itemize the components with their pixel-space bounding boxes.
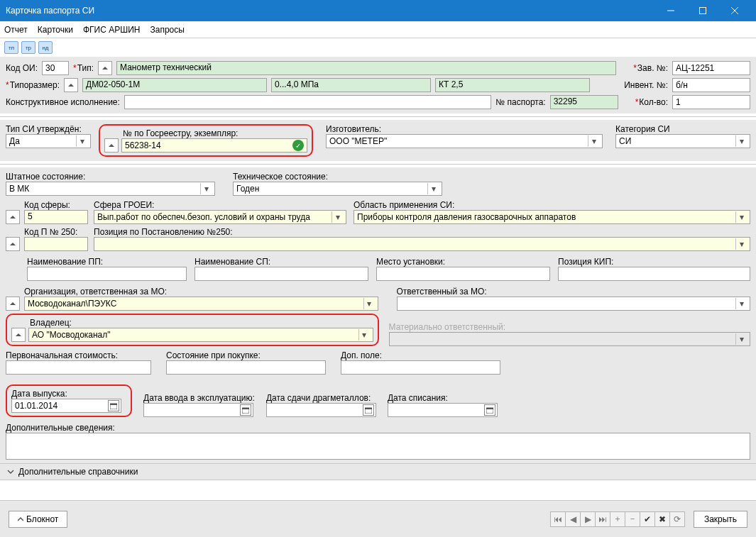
staff-value: В МК xyxy=(9,184,29,194)
nav-commit-icon[interactable]: ✔ xyxy=(640,511,655,527)
tool-nd-icon[interactable]: нд xyxy=(38,41,53,54)
nav-prev-icon[interactable]: ◀ xyxy=(565,511,581,527)
gosreestr-field[interactable]: 56238-14 ✓ xyxy=(121,138,307,153)
owner-label: Владелец: xyxy=(30,318,373,328)
category-label: Категория СИ xyxy=(615,124,750,134)
metal-date-input[interactable] xyxy=(266,403,376,417)
writeoff-date-input[interactable] xyxy=(388,403,498,417)
type-si-select[interactable]: Да ▾ xyxy=(6,134,91,148)
constr-input[interactable] xyxy=(124,95,491,109)
kt-value: КТ 2,5 xyxy=(435,78,590,92)
tech-label: Техническое состояние: xyxy=(233,172,446,182)
category-select[interactable]: СИ ▾ xyxy=(615,134,750,148)
constr-label: Конструктивное исполнение: xyxy=(6,97,120,107)
commission-date-input[interactable] xyxy=(143,403,253,417)
menu-fgis[interactable]: ФГИС АРШИН xyxy=(83,25,141,35)
chevron-down-icon: ▾ xyxy=(332,211,343,223)
qty-label: Кол-во: xyxy=(635,97,668,107)
svg-rect-4 xyxy=(242,408,249,409)
chevron-down-icon: ▾ xyxy=(358,329,370,341)
svg-rect-8 xyxy=(486,408,493,409)
minimize-button[interactable] xyxy=(654,0,686,21)
qty-input[interactable] xyxy=(672,95,750,109)
pp-input[interactable] xyxy=(27,267,187,281)
cost-input[interactable] xyxy=(6,360,151,375)
pos250-label: Позиция по Постановлению №250: xyxy=(94,227,750,237)
menu-cards[interactable]: Карточки xyxy=(38,25,73,35)
nav-cancel-icon[interactable]: ✖ xyxy=(654,511,670,527)
staff-select[interactable]: В МК ▾ xyxy=(6,182,215,196)
typesize-pick-button[interactable] xyxy=(64,78,78,92)
gosreestr-pick-button[interactable] xyxy=(104,138,119,153)
type-label: Тип: xyxy=(73,63,94,73)
code-oi-input[interactable] xyxy=(42,61,69,75)
code-p250-label: Код П № 250: xyxy=(24,227,89,237)
gosreestr-highlight: № по Госреестру, экземпляр: 56238-14 ✓ xyxy=(99,124,313,157)
calendar-icon[interactable] xyxy=(108,400,119,411)
area-label: Область применения СИ: xyxy=(354,200,750,210)
sphere-pick-button[interactable] xyxy=(6,210,20,224)
release-date-input[interactable]: 01.01.2014 xyxy=(11,399,121,413)
inv-no-label: Инвент. №: xyxy=(624,80,668,90)
sphere-select[interactable]: Вып.работ по обеспеч.безоп. условий и ох… xyxy=(94,210,346,224)
place-input[interactable] xyxy=(376,267,550,281)
org-value: Мосводоканал\ПЭУКС xyxy=(28,299,116,309)
type-pick-button[interactable] xyxy=(98,61,112,75)
p250-pick-button[interactable] xyxy=(6,237,20,251)
extra-info-label: Дополнительные сведения: xyxy=(6,423,750,433)
release-date-value: 01.01.2014 xyxy=(15,401,57,411)
category-value: СИ xyxy=(619,136,631,146)
typesize-value: ДМ02-050-1М xyxy=(82,78,267,92)
inv-no-input[interactable] xyxy=(672,78,750,92)
maximize-button[interactable] xyxy=(686,0,718,21)
extra-field-input[interactable] xyxy=(341,360,500,375)
chevron-down-icon: ▾ xyxy=(588,135,599,147)
nav-refresh-icon[interactable]: ⟳ xyxy=(669,511,685,527)
extra-info-textarea[interactable] xyxy=(6,433,750,460)
window-titlebar: Карточка паспорта СИ xyxy=(0,0,756,21)
org-select[interactable]: Мосводоканал\ПЭУКС ▾ xyxy=(24,297,378,311)
chevron-down-icon: ▾ xyxy=(427,183,439,194)
owner-value: АО "Мосводоканал" xyxy=(32,330,111,340)
nav-first-icon[interactable]: ⏮ xyxy=(550,511,566,527)
calendar-icon[interactable] xyxy=(240,404,251,416)
tech-select[interactable]: Годен ▾ xyxy=(233,182,442,196)
place-label: Место установки: xyxy=(376,257,554,267)
menu-report[interactable]: Отчет xyxy=(4,25,28,35)
notepad-button[interactable]: Блокнот xyxy=(9,511,67,528)
purchase-input[interactable] xyxy=(166,360,326,375)
org-label: Организация, ответственная за МО: xyxy=(24,287,378,297)
code-p250-value xyxy=(24,237,88,251)
nav-last-icon[interactable]: ⏭ xyxy=(595,511,610,527)
area-select[interactable]: Приборы контроля давления газосварочных … xyxy=(354,210,750,224)
check-ok-icon: ✓ xyxy=(292,140,304,151)
resp-select[interactable]: ▾ xyxy=(397,297,751,311)
calendar-icon[interactable] xyxy=(363,404,374,416)
close-window-button[interactable] xyxy=(718,0,750,21)
manufacturer-select[interactable]: ООО "МЕТЕР" ▾ xyxy=(326,134,603,148)
tool-tp-icon[interactable]: тп xyxy=(4,41,18,54)
nav-add-icon[interactable]: ＋ xyxy=(610,511,625,527)
menu-queries[interactable]: Запросы xyxy=(150,25,184,35)
record-navigator: ⏮ ◀ ▶ ⏭ ＋ － ✔ ✖ ⟳ xyxy=(551,511,685,527)
resp-label: Ответственный за МО: xyxy=(397,287,751,297)
gosreestr-label: № по Госреестру, экземпляр: xyxy=(123,128,307,138)
tool-tr-icon[interactable]: тр xyxy=(21,41,35,54)
close-label: Закрыть xyxy=(704,514,737,524)
sp-input[interactable] xyxy=(195,267,368,281)
chevron-down-icon: ▾ xyxy=(735,135,747,147)
kip-input[interactable] xyxy=(558,267,750,281)
code-oi-label: Код ОИ: xyxy=(6,63,38,73)
calendar-icon[interactable] xyxy=(484,404,495,416)
close-button[interactable]: Закрыть xyxy=(694,511,747,528)
zav-no-input[interactable] xyxy=(672,61,750,75)
nav-next-icon[interactable]: ▶ xyxy=(580,511,596,527)
pos250-select[interactable]: ▾ xyxy=(94,237,750,251)
sphere-label: Сфера ГРОЕИ: xyxy=(94,200,349,210)
nav-remove-icon[interactable]: － xyxy=(625,511,640,527)
owner-select[interactable]: АО "Мосводоканал" ▾ xyxy=(28,328,373,342)
commission-label: Дата ввода в эксплуатацию: xyxy=(143,393,255,403)
org-pick-button[interactable] xyxy=(6,297,20,311)
expander-additional-directories[interactable]: Дополнительные справочники xyxy=(0,463,756,480)
owner-pick-button[interactable] xyxy=(11,328,26,342)
